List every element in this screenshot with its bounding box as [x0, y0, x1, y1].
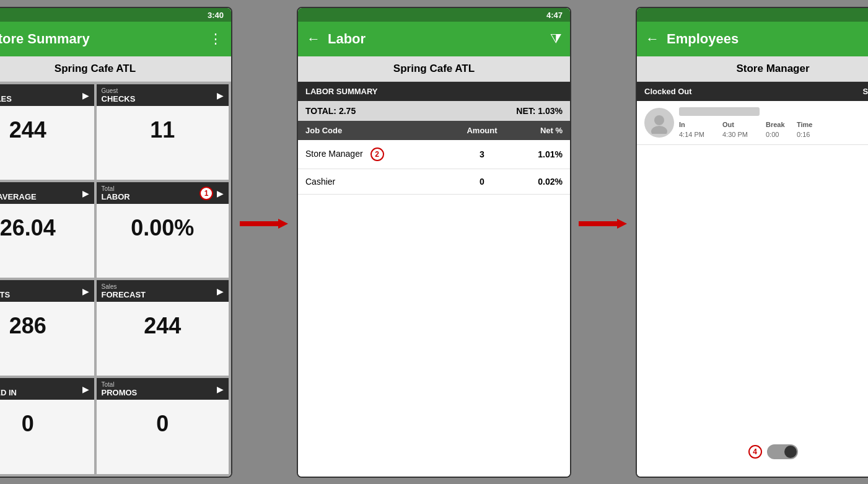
- tile-promos-value: 0: [97, 400, 229, 448]
- labor-col-net: Net %: [513, 126, 563, 135]
- labor-net-cashier: 0.02%: [513, 177, 563, 187]
- tile-net-sales-main: NET SALES: [0, 94, 12, 103]
- svg-marker-1: [579, 219, 627, 229]
- tile-promos-main: PROMOS: [102, 388, 138, 397]
- time-val-in: 4:14 PM: [679, 131, 722, 138]
- tile-clocked-in[interactable]: Employees CLOCKED IN ▶ 0: [0, 378, 94, 473]
- tile-promos-top: Total: [102, 381, 138, 388]
- time-label-out: Out: [722, 121, 766, 128]
- filter-icon[interactable]: ⧩: [550, 31, 561, 47]
- app-bar-2: ← Labor ⧩: [298, 22, 570, 56]
- tile-checks-arrow: ▶: [217, 90, 224, 100]
- toggle-container: 4: [637, 437, 868, 467]
- emp-time-values: 4:14 PM 4:30 PM 0:00 0:16: [679, 131, 868, 138]
- arrow-2: [579, 218, 628, 230]
- labor-total-row: TOTAL: 2.75 NET: 1.03%: [298, 101, 570, 121]
- tile-checks[interactable]: Guest CHECKS ▶ 11: [97, 84, 229, 180]
- tile-net-sales-arrow: ▶: [82, 90, 89, 100]
- more-vert-icon-1[interactable]: ⋮: [209, 31, 222, 47]
- tile-net-sales-value: 244: [0, 106, 94, 154]
- badge-1: 1: [199, 187, 213, 200]
- emp-section-header: Clocked Out Shift Time: [637, 82, 868, 101]
- labor-content: Store Manager 2 3 1.01% Cashier 0 0.02%: [298, 140, 570, 477]
- tile-forecast[interactable]: Sales FORECAST ▶ 244: [97, 280, 229, 376]
- tile-clocked-in-arrow: ▶: [82, 384, 89, 394]
- time-val-out: 4:30 PM: [722, 131, 766, 138]
- time-val-break: 0:00: [766, 131, 797, 138]
- tile-payments[interactable]: Total PAYMENTS ▶ 286: [0, 280, 94, 376]
- emp-name-bar: [679, 107, 760, 116]
- tile-forecast-value: 244: [97, 302, 229, 350]
- tile-forecast-main: FORECAST: [102, 290, 146, 299]
- emp-row-1[interactable]: In Out Break Time 4:14 PM 4:30 PM 0:00 0…: [637, 101, 868, 145]
- time-label-break: Break: [766, 121, 797, 128]
- tile-checks-top: Guest: [102, 87, 136, 94]
- tile-labor-arrow: ▶: [217, 188, 224, 198]
- tile-clocked-in-value: 0: [0, 400, 94, 448]
- phone-screen-1: 3:40 ← Store Summary ⋮ Spring Cafe ATL T…: [0, 7, 232, 478]
- tile-payments-value: 286: [0, 302, 94, 350]
- tile-net-sales-top: Total: [0, 87, 12, 94]
- tile-payments-top: Total: [0, 283, 10, 290]
- section-title-3: Store Manager: [637, 56, 868, 82]
- store-name-1: Spring Cafe ATL: [0, 56, 231, 82]
- tile-check-avg-arrow: ▶: [82, 188, 89, 198]
- labor-total-label-value: TOTAL: 2.75: [305, 106, 356, 116]
- toggle-switch[interactable]: [767, 444, 798, 459]
- status-time-2: 4:47: [546, 11, 563, 20]
- tile-checks-value: 11: [97, 106, 229, 154]
- labor-col-amount: Amount: [451, 126, 513, 135]
- phone-screen-2: 4:47 ← Labor ⧩ Spring Cafe ATL LABOR SUM…: [297, 7, 571, 478]
- labor-net-store-manager: 1.01%: [513, 149, 563, 159]
- tile-labor-value: 0.00%: [97, 204, 229, 252]
- tile-clocked-in-top: Employees: [0, 381, 17, 388]
- toggle-dot: [784, 446, 797, 458]
- emp-time-labels: In Out Break Time: [679, 121, 868, 128]
- labor-job-cashier: Cashier: [305, 177, 451, 187]
- emp-col-shift-time: Shift Time: [862, 87, 868, 96]
- labor-total-value: 2.75: [339, 106, 356, 116]
- app-bar-title-2: Labor: [328, 31, 543, 47]
- app-bar-3: ← Employees: [637, 22, 868, 56]
- back-arrow-icon-2[interactable]: ←: [307, 31, 320, 47]
- tile-check-average[interactable]: Guest CHECK AVERAGE ▶ 26.04: [0, 182, 94, 278]
- store-name-2: Spring Cafe ATL: [298, 56, 570, 82]
- tile-payments-main: PAYMENTS: [0, 290, 10, 299]
- time-val-time: 0:16: [797, 131, 828, 138]
- labor-section-header: LABOR SUMMARY: [298, 82, 570, 101]
- svg-marker-0: [240, 219, 288, 229]
- time-label-in: In: [679, 121, 722, 128]
- app-bar-1: ← Store Summary ⋮: [0, 22, 231, 56]
- app-bar-title-3: Employees: [667, 31, 868, 47]
- labor-job-store-manager: Store Manager 2: [305, 147, 451, 161]
- labor-amount-cashier: 0: [451, 177, 513, 187]
- back-arrow-icon-3[interactable]: ←: [646, 31, 659, 47]
- tile-check-avg-main: CHECK AVERAGE: [0, 192, 37, 201]
- svg-point-2: [654, 115, 664, 125]
- tile-net-sales[interactable]: Total NET SALES ▶ 244: [0, 84, 94, 180]
- tile-forecast-arrow: ▶: [217, 286, 224, 296]
- tile-labor-top: Total: [102, 185, 130, 192]
- labor-row-store-manager[interactable]: Store Manager 2 3 1.01%: [298, 140, 570, 169]
- status-bar-1: 3:40: [0, 8, 231, 22]
- tile-check-avg-top: Guest: [0, 185, 37, 192]
- badge-4: 4: [748, 445, 762, 459]
- labor-net-label-value: NET: 1.03%: [516, 106, 563, 116]
- tile-promos[interactable]: Total PROMOS ▶ 0: [97, 378, 229, 473]
- tiles-grid: Total NET SALES ▶ 244 Guest CHECKS ▶ 11: [0, 82, 231, 477]
- tile-labor-main: LABOR: [102, 192, 130, 201]
- tile-forecast-top: Sales: [102, 283, 146, 290]
- tile-promos-arrow: ▶: [217, 384, 224, 394]
- labor-col-job: Job Code: [305, 126, 451, 135]
- labor-amount-store-manager: 3: [451, 149, 513, 159]
- arrow-1: [240, 218, 289, 230]
- tile-labor[interactable]: Total LABOR 1 ▶ 0.00%: [97, 182, 229, 278]
- emp-col-clocked-out: Clocked Out: [644, 87, 692, 96]
- labor-row-cashier[interactable]: Cashier 0 0.02%: [298, 169, 570, 195]
- status-bar-3: 4:48: [637, 8, 868, 22]
- emp-content: In Out Break Time 4:14 PM 4:30 PM 0:00 0…: [637, 101, 868, 477]
- tile-checks-main: CHECKS: [102, 94, 136, 103]
- badge-2: 2: [370, 147, 384, 161]
- labor-total-label: TOTAL:: [305, 106, 336, 116]
- svg-point-3: [651, 126, 667, 134]
